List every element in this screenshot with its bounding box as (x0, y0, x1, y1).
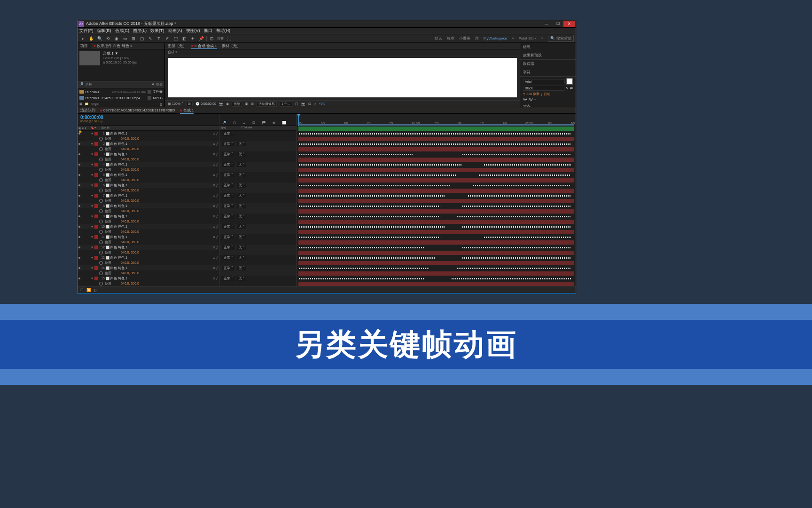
layer-row[interactable]: ▼3白色 纯色 1⊕ ╱ (78, 151, 219, 157)
layer-name[interactable]: 白色 纯色 1 (110, 173, 212, 177)
layer-name[interactable]: 白色 纯色 1 (110, 193, 212, 198)
layer-label-swatch[interactable] (94, 204, 98, 208)
keyframe-segment[interactable] (298, 278, 424, 280)
trash-icon[interactable]: 🗑 (159, 103, 163, 106)
keyframe-segment[interactable] (298, 226, 445, 228)
draft3d-icon[interactable]: ▲ (242, 121, 246, 125)
layer-row[interactable]: ▼12白色 纯色 1⊕ ╱ (78, 245, 219, 250)
layer-row[interactable]: ▼5白色 纯色 1⊕ ╱ (78, 172, 219, 177)
property-row[interactable]: 位置640.0, 360.0 (78, 208, 219, 214)
bpc-toggle[interactable]: 8 bpc (91, 103, 99, 106)
twirl-icon[interactable]: ▼ (91, 246, 94, 249)
property-row[interactable]: 位置640.0, 360.0 (78, 270, 219, 276)
keyframe-row[interactable] (297, 142, 576, 147)
layer-row[interactable]: ▼4白色 纯色 1⊕ ╱ (78, 162, 219, 167)
trkmat-dropdown[interactable]: 无 ˅ (237, 255, 246, 260)
keyframe-segment[interactable] (462, 205, 571, 207)
blend-mode-dropdown[interactable]: 正常 ˅ (222, 245, 234, 250)
stopwatch-icon[interactable] (99, 220, 103, 223)
leading-value[interactable]: 自动 (544, 92, 550, 96)
twirl-icon[interactable]: ▼ (91, 174, 94, 176)
visibility-toggles[interactable] (78, 153, 90, 155)
visibility-toggles[interactable] (78, 205, 90, 207)
keyframe-row[interactable] (297, 131, 576, 136)
keyframe-row[interactable] (297, 193, 576, 198)
view-opt1-icon[interactable]: ▢ (295, 102, 298, 106)
layer-label-swatch[interactable] (94, 246, 98, 249)
orbit-tool-icon[interactable]: ⟲ (105, 35, 111, 42)
visibility-toggles[interactable] (78, 267, 90, 269)
menu-effect[interactable]: 效果(T) (150, 28, 164, 34)
track-area[interactable] (297, 126, 576, 286)
keyframe-row[interactable] (297, 245, 576, 250)
tab-effect-controls[interactable]: ■ 效果控件 白色 纯色 1 (91, 43, 135, 49)
visibility-toggles[interactable] (78, 184, 90, 186)
visibility-toggles[interactable] (78, 226, 90, 228)
blend-mode-dropdown[interactable]: 正常 ˅ (222, 152, 234, 157)
keyframe-segment[interactable] (462, 153, 571, 156)
trkmat-dropdown[interactable]: 无 ˅ (237, 152, 246, 157)
layer-bar[interactable] (298, 251, 574, 255)
workspace-library[interactable]: 库 (475, 36, 479, 41)
layer-label-swatch[interactable] (94, 266, 98, 270)
comp-breadcrumb[interactable]: 合成 1 (165, 49, 520, 55)
keyframe-row[interactable] (297, 183, 576, 188)
trkmat-dropdown[interactable]: 无 ˅ (237, 204, 246, 208)
text-tool-icon[interactable]: T (156, 35, 162, 42)
twirl-icon[interactable]: ▼ (91, 153, 94, 156)
frame-blend-icon[interactable]: 🏁 (262, 121, 266, 125)
trkmat-dropdown[interactable]: 无 ˅ (237, 162, 246, 167)
property-value[interactable]: 640.0, 360.0 (121, 240, 139, 244)
keyframe-row[interactable] (297, 204, 576, 209)
property-row[interactable]: 位置640.0, 360.0 (78, 219, 219, 224)
blend-mode-dropdown[interactable]: 正常 ˅ (222, 255, 234, 260)
keyframe-segment[interactable] (456, 267, 571, 270)
track-bar-row[interactable] (297, 188, 576, 193)
keyframe-row[interactable] (297, 235, 576, 240)
property-value[interactable]: 640.0, 360.0 (121, 147, 139, 151)
zoom-dropdown[interactable]: ▦ 100% ˅ (168, 102, 183, 106)
switches[interactable]: ⊕ ╱ (213, 256, 218, 259)
snap-expand-icon[interactable]: ⛶ (226, 35, 232, 42)
stopwatch-icon[interactable] (99, 199, 103, 203)
keyframe-segment[interactable] (298, 205, 440, 207)
hide-shy-icon[interactable]: ⊡ (252, 121, 255, 125)
layer-bar[interactable] (298, 282, 574, 286)
trkmat-dropdown[interactable]: 无 ˅ (237, 245, 246, 250)
trkmat-dropdown[interactable]: 无 ˅ (237, 266, 246, 270)
layer-row[interactable]: ▼6白色 纯色 1⊕ ╱ (78, 183, 219, 188)
layer-label-swatch[interactable] (94, 142, 98, 146)
fill-color-swatch[interactable] (566, 78, 573, 85)
layer-bar[interactable] (298, 158, 574, 162)
layer-label-swatch[interactable] (94, 194, 98, 198)
layer-bar[interactable] (298, 199, 574, 203)
property-value[interactable]: 640.0, 360.0 (121, 158, 139, 161)
col-label-icon[interactable]: ◆ (152, 82, 154, 87)
layer-bar[interactable] (298, 220, 574, 224)
pen-tool-icon[interactable]: ✎ (147, 35, 154, 42)
property-row[interactable]: 位置640.0, 360.0 (78, 146, 219, 151)
property-value[interactable]: 640.0, 360.0 (121, 178, 139, 182)
blend-mode-dropdown[interactable]: 正常 ˅ (222, 204, 234, 208)
tab-comp-1[interactable]: ■ 合成 1 (180, 107, 194, 114)
workspace-active[interactable]: MyWorkspace (484, 36, 508, 40)
track-bar-row[interactable] (297, 219, 576, 224)
trkmat-dropdown[interactable]: 无 ˅ (237, 224, 246, 229)
track-bar-row[interactable] (297, 240, 576, 245)
channel-icon[interactable]: ◉ (226, 102, 229, 106)
layer-label-swatch[interactable] (94, 152, 98, 156)
property-row[interactable]: 位置640.0, 360.0 (78, 188, 219, 193)
roi-icon[interactable]: ▣ (245, 102, 248, 106)
workspace-overflow-icon[interactable]: » (512, 36, 514, 40)
graph-editor-icon[interactable]: 📊 (282, 121, 286, 125)
tracking-icon[interactable]: AV (529, 98, 533, 101)
layer-bar[interactable] (298, 209, 574, 214)
keyframe-row[interactable] (297, 173, 576, 178)
swap-colors-icon[interactable]: ⇄ (570, 87, 573, 90)
snap-icon[interactable]: ⊡ (209, 35, 215, 42)
panel-character[interactable]: 字符 (520, 68, 576, 77)
blend-mode-dropdown[interactable]: 正常 ˅ (222, 173, 234, 177)
property-value[interactable]: 640.0, 360.0 (121, 137, 139, 140)
trkmat-dropdown[interactable]: 无 ˅ (237, 142, 246, 146)
blend-mode-dropdown[interactable]: 正常 ˅ (222, 214, 234, 219)
